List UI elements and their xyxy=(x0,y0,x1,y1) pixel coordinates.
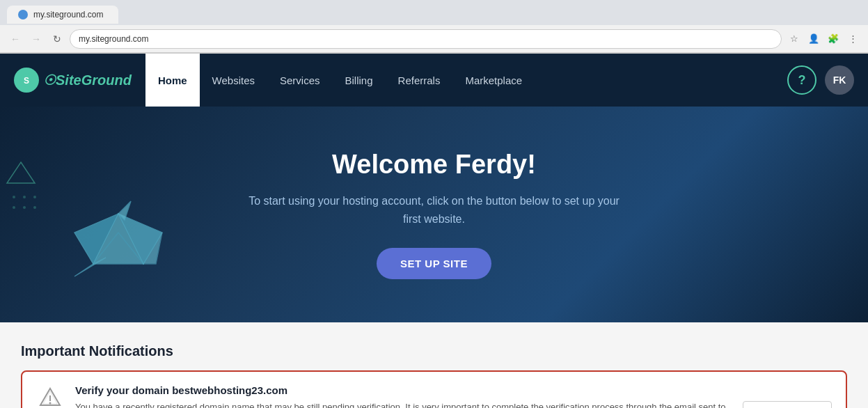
toolbar-icons: ☆ 👤 🧩 ⋮ xyxy=(786,31,861,47)
hero-subtitle: To start using your hosting account, cli… xyxy=(239,192,629,228)
svg-point-16 xyxy=(23,206,26,209)
logo: S ☉SiteGround xyxy=(14,68,132,93)
logo-text: ☉SiteGround xyxy=(43,72,132,88)
nav-referrals[interactable]: Referrals xyxy=(386,54,453,107)
bookmark-icon[interactable]: ☆ xyxy=(786,31,803,47)
notifications-title: Important Notifications xyxy=(21,343,847,359)
back-button[interactable]: ← xyxy=(7,31,24,47)
origami-bird xyxy=(56,176,181,301)
svg-point-15 xyxy=(13,206,15,209)
browser-tab[interactable]: my.siteground.com xyxy=(7,6,118,24)
nav-links: Home Websites Services Billing Referrals… xyxy=(145,54,787,107)
svg-marker-2 xyxy=(7,162,35,183)
logo-icon: S xyxy=(14,68,39,93)
nav-marketplace[interactable]: Marketplace xyxy=(452,54,535,107)
extension-icon[interactable]: 🧩 xyxy=(825,31,842,47)
hero-banner: Welcome Ferdy! To start using your hosti… xyxy=(0,107,868,322)
address-text: my.siteground.com xyxy=(79,34,148,44)
hero-title: Welcome Ferdy! xyxy=(239,150,629,180)
browser-toolbar: ← → ↻ my.siteground.com ☆ 👤 🧩 ⋮ xyxy=(0,25,868,53)
profile-icon[interactable]: 👤 xyxy=(805,31,822,47)
browser-chrome: my.siteground.com ← → ↻ my.siteground.co… xyxy=(0,0,868,54)
tab-title: my.siteground.com xyxy=(33,10,103,19)
svg-point-17 xyxy=(33,206,36,209)
svg-point-14 xyxy=(33,196,36,198)
notification-item-title: Verify your domain bestwebhosting23.com xyxy=(75,384,732,396)
address-bar[interactable]: my.siteground.com xyxy=(70,29,782,49)
svg-marker-31 xyxy=(74,258,106,276)
avatar-button[interactable]: FK xyxy=(825,65,854,95)
nav-services[interactable]: Services xyxy=(267,54,333,107)
hero-content: Welcome Ferdy! To start using your hosti… xyxy=(226,122,643,306)
refresh-button[interactable]: ↻ xyxy=(49,31,65,47)
help-button[interactable]: ? xyxy=(787,65,816,95)
tab-favicon xyxy=(18,10,28,19)
notification-warning-icon xyxy=(36,384,64,408)
nav-billing[interactable]: Billing xyxy=(333,54,386,107)
menu-icon[interactable]: ⋮ xyxy=(844,31,861,47)
nav-websites[interactable]: Websites xyxy=(200,54,267,107)
forward-button[interactable]: → xyxy=(28,31,45,47)
svg-point-12 xyxy=(13,196,15,198)
navbar: S ☉SiteGround Home Websites Services Bil… xyxy=(0,54,868,107)
notification-card: Verify your domain bestwebhosting23.com … xyxy=(21,370,847,408)
svg-text:S: S xyxy=(24,76,29,86)
setup-site-button[interactable]: SET UP SITE xyxy=(377,248,491,279)
svg-point-38 xyxy=(49,402,52,405)
notification-item-text: You have a recently registered domain na… xyxy=(75,400,732,408)
main-content: Important Notifications Verify your doma… xyxy=(0,322,868,408)
navbar-right: ? FK xyxy=(787,65,854,95)
view-domain-button[interactable]: VIEW DOMAIN xyxy=(743,401,832,408)
browser-tabs: my.siteground.com xyxy=(0,0,868,25)
svg-point-13 xyxy=(23,196,26,198)
nav-home[interactable]: Home xyxy=(145,54,200,107)
notification-body: Verify your domain bestwebhosting23.com … xyxy=(75,384,732,408)
